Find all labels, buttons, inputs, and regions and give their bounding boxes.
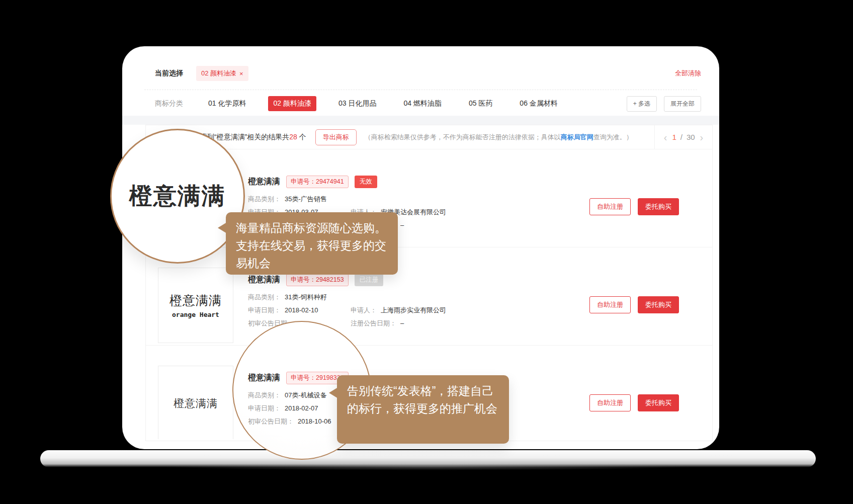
self-register-button[interactable]: 自助注册: [589, 296, 631, 313]
field-label: 申请日期：: [248, 404, 281, 412]
trademark-image-text: 橙意满满: [174, 396, 218, 410]
field-label: 申请人：: [351, 306, 377, 314]
field-label: 商品类别：: [248, 293, 281, 301]
category-item-04[interactable]: 04 燃料油脂: [398, 96, 446, 111]
disclaimer-prefix: （商标检索结果仅供参考，不作为商标能否注册的法律依据；具体以: [365, 133, 561, 141]
callout-bubble-marketplace: 海量精品商标资源随心选购。支持在线交易，获得更多的交易机会: [226, 212, 398, 275]
multi-select-button[interactable]: + 多选: [627, 96, 657, 112]
trademark-name[interactable]: 橙意满满: [248, 275, 280, 285]
field-value: –: [400, 221, 404, 229]
pagination: ‹ 1 / 30 ›: [654, 125, 712, 149]
category-item-05[interactable]: 05 医药: [464, 96, 497, 111]
row-actions: 自助注册 委托购买: [589, 394, 679, 411]
application-number-tag: 申请号：29482153: [286, 274, 349, 286]
callout-text: 告别传统“发表格”，搭建自己的标行，获得更多的推广机会: [347, 384, 497, 415]
application-number-label: 申请号：: [291, 276, 316, 283]
field-label: 商品类别：: [248, 195, 281, 203]
row-actions: 自助注册 委托购买: [589, 296, 679, 313]
application-number-value: 29474941: [316, 178, 344, 185]
page: 当前选择 02 颜料油漆 × 全部清除 商标分类 01 化学原料 02 颜料油漆…: [0, 0, 853, 504]
clear-all-link[interactable]: 全部清除: [675, 69, 701, 78]
disclaimer-suffix: 查询为准。）: [593, 133, 633, 141]
application-number-value: 29482153: [316, 276, 344, 283]
callout-bubble-promotion: 告别传统“发表格”，搭建自己的标行，获得更多的推广机会: [337, 375, 509, 444]
results-summary-unit: 个: [297, 133, 306, 141]
row-actions: 自助注册 委托购买: [589, 198, 679, 215]
current-page: 1: [672, 133, 676, 141]
field-value: –: [400, 319, 404, 327]
next-page-icon[interactable]: ›: [699, 132, 705, 142]
field-label: 申请日期：: [248, 306, 281, 314]
export-trademarks-button[interactable]: 导出商标: [315, 129, 357, 145]
expand-all-button[interactable]: 展开全部: [664, 96, 701, 112]
field-value: 07类-机械设备: [285, 391, 327, 399]
entrust-purchase-button[interactable]: 委托购买: [638, 198, 679, 215]
trademark-office-link[interactable]: 商标局官网: [561, 133, 593, 141]
magnified-trademark-text: 橙意满满: [129, 181, 226, 212]
field-label: 注册公告日期：: [351, 319, 396, 327]
application-number-label: 申请号：: [291, 178, 316, 185]
self-register-button[interactable]: 自助注册: [589, 198, 631, 215]
entrust-purchase-button[interactable]: 委托购买: [638, 394, 679, 411]
magnifier-circle-top: 橙意满满: [110, 129, 245, 264]
status-badge: 无效: [355, 176, 377, 188]
field-value: 上海雨步实业有限公司: [381, 306, 446, 314]
trademark-image-text: 橙意满满: [169, 292, 222, 309]
callout-arrow-icon: [329, 387, 338, 398]
total-pages: 30: [687, 133, 695, 141]
category-actions: + 多选 展开全部: [627, 96, 701, 112]
self-register-button[interactable]: 自助注册: [589, 394, 631, 411]
status-badge: 已注册: [355, 274, 384, 286]
category-item-02-active[interactable]: 02 颜料油漆: [268, 96, 316, 111]
remove-filter-icon[interactable]: ×: [239, 70, 243, 77]
field-value: 35类-广告销售: [285, 195, 327, 203]
category-item-03[interactable]: 03 日化用品: [333, 96, 381, 111]
disclaimer-text: （商标检索结果仅供参考，不作为商标能否注册的法律依据；具体以商标局官网查询为准。…: [365, 133, 633, 142]
page-separator: /: [680, 133, 683, 141]
field-value: 31类-饲料种籽: [285, 293, 327, 301]
trademark-image-subtext: orange Heart: [172, 311, 219, 318]
callout-arrow-icon: [218, 222, 227, 233]
results-header: 当前分类下检索到“橙意满满”相关的结果共28 个 导出商标 （商标检索结果仅供参…: [146, 125, 712, 149]
current-selection-bar: 当前选择 02 颜料油漆 × 全部清除: [155, 63, 701, 83]
prev-page-icon[interactable]: ‹: [663, 132, 668, 142]
field-value: 2018-10-06: [298, 417, 331, 426]
current-selection-label: 当前选择: [155, 69, 183, 78]
divider: [144, 90, 697, 90]
category-bar: 商标分类 01 化学原料 02 颜料油漆 03 日化用品 04 燃料油脂 05 …: [155, 95, 701, 113]
callout-text: 海量精品商标资源随心选购。支持在线交易，获得更多的交易机会: [236, 221, 386, 270]
trademark-image[interactable]: 橙意满满 orange Heart: [158, 268, 233, 343]
trademark-details: 橙意满满 申请号：29482153 已注册 商品类别：31类-饲料种籽 申请日期…: [248, 274, 560, 327]
trademark-name[interactable]: 橙意满满: [248, 177, 280, 187]
selected-filter-tag[interactable]: 02 颜料油漆 ×: [196, 66, 248, 81]
field-label: 初审公告日期：: [248, 417, 294, 426]
category-item-06[interactable]: 06 金属材料: [515, 96, 562, 111]
category-bar-label: 商标分类: [155, 99, 183, 108]
trademark-name[interactable]: 橙意满满: [248, 373, 280, 383]
field-value: 2018-02-07: [285, 404, 318, 412]
application-number-label: 申请号：: [291, 374, 316, 381]
selected-filter-tag-label: 02 颜料油漆: [201, 69, 236, 78]
laptop-base: [40, 450, 816, 467]
results-count: 28: [289, 133, 297, 141]
field-value: 2018-02-10: [285, 306, 318, 314]
field-label: 商品类别：: [248, 391, 281, 399]
category-item-01[interactable]: 01 化学原料: [203, 96, 251, 111]
entrust-purchase-button[interactable]: 委托购买: [638, 296, 679, 313]
application-number-tag: 申请号：29474941: [286, 176, 349, 188]
section-gap-band: [122, 116, 719, 125]
trademark-image[interactable]: 橙意满满: [158, 366, 233, 439]
